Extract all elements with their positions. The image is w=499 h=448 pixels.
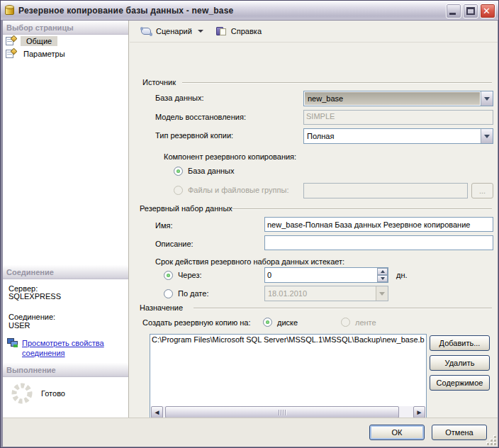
sidebar-item-general[interactable]: Общие xyxy=(3,35,128,47)
progress-status: Готово xyxy=(41,389,65,398)
sidebar-item-label: Общие xyxy=(23,36,55,46)
database-combobox-button[interactable] xyxy=(481,91,493,106)
server-value: SQLEXPRESS xyxy=(3,292,67,301)
name-label: Имя: xyxy=(155,221,172,230)
backup-type-combobox-button[interactable] xyxy=(481,129,493,143)
help-button-label: Справка xyxy=(231,27,262,35)
footer-bar: ОК Отмена xyxy=(3,418,498,447)
page-icon xyxy=(6,49,16,59)
window-title: Резервное копирование базы данных - new_… xyxy=(18,6,233,16)
tape-radio-label: ленте xyxy=(355,318,376,327)
connection-label: Соединение: xyxy=(3,310,61,321)
view-connection-properties-link[interactable]: Просмотреть свойства соединения xyxy=(22,338,123,359)
resize-grip[interactable] xyxy=(487,436,496,445)
view-connection-properties: Просмотреть свойства соединения xyxy=(3,332,128,364)
help-icon xyxy=(216,26,228,36)
script-button[interactable]: Сценарий xyxy=(135,23,208,39)
sidebar-item-label: Параметры xyxy=(21,49,68,59)
scroll-thumb[interactable] xyxy=(165,406,399,418)
add-button[interactable]: Добавить... xyxy=(430,335,490,351)
database-icon xyxy=(5,5,15,16)
backup-to-label: Создать резервную копию на: xyxy=(142,318,250,327)
backup-component-label: Компонент резервного копирования: xyxy=(164,152,296,161)
script-icon xyxy=(140,26,152,36)
destination-group-label: Назначение xyxy=(140,303,183,312)
horizontal-scrollbar[interactable]: ◄ ► xyxy=(151,406,425,418)
database-label: База данных: xyxy=(155,94,204,102)
backup-type-combobox-value: Полная xyxy=(304,129,481,143)
group-divider xyxy=(194,308,492,309)
database-combobox[interactable]: new_base xyxy=(303,91,493,106)
backup-database-dialog: Резервное копирование базы данных - new_… xyxy=(0,0,499,448)
page-icon xyxy=(6,36,16,46)
script-dropdown-icon[interactable] xyxy=(198,30,203,33)
browse-button: ... xyxy=(471,183,493,198)
toolbar: Сценарий Справка xyxy=(130,21,498,43)
expire-after-label: Через: xyxy=(178,271,202,279)
expire-label: Срок действия резервного набора данных и… xyxy=(155,257,344,266)
progress-header: Выполнение xyxy=(3,363,128,377)
scroll-track[interactable] xyxy=(163,406,413,418)
spin-up-button[interactable] xyxy=(377,268,388,275)
expire-date-picker: 18.01.2010 xyxy=(264,286,388,301)
expire-date-value: 18.01.2010 xyxy=(265,286,376,301)
dialog-body: Выбор страницы Общие Параметры Соединени… xyxy=(3,21,498,447)
help-button[interactable]: Справка xyxy=(211,23,267,39)
backup-set-group-label: Резервный набор данных xyxy=(140,204,232,213)
expire-after-spinner xyxy=(377,268,388,282)
server-label: Сервер: xyxy=(3,281,43,293)
spin-down-button[interactable] xyxy=(377,275,388,282)
disk-radio[interactable] xyxy=(263,318,272,327)
files-field xyxy=(303,183,468,198)
pages-header: Выбор страницы xyxy=(3,21,128,35)
expire-after-input[interactable] xyxy=(264,267,388,283)
tape-radio xyxy=(341,318,350,327)
close-icon: ✕ xyxy=(483,6,490,16)
destination-path-item[interactable]: C:\Program Files\Microsoft SQL Server\MS… xyxy=(150,335,426,345)
expire-after-radio[interactable] xyxy=(164,271,173,280)
disk-radio-label: диске xyxy=(277,318,298,327)
chevron-down-icon xyxy=(484,135,490,138)
backup-type-combobox[interactable]: Полная xyxy=(303,128,493,144)
scroll-right-button[interactable]: ► xyxy=(413,406,425,418)
connection-header: Соединение xyxy=(3,265,128,279)
component-database-label: База данных xyxy=(188,167,235,175)
source-group-label: Источник xyxy=(142,78,176,86)
sidebar-item-options[interactable]: Параметры xyxy=(3,47,128,60)
maximize-button[interactable] xyxy=(463,4,478,18)
group-divider xyxy=(232,208,492,210)
expire-on-date-radio[interactable] xyxy=(164,289,173,298)
group-divider xyxy=(182,82,492,84)
scroll-left-button[interactable]: ◄ xyxy=(151,406,163,418)
component-database-radio[interactable] xyxy=(174,167,183,176)
recovery-model-label: Модель восстановления: xyxy=(155,113,246,121)
chevron-down-icon xyxy=(379,292,385,296)
contents-button[interactable]: Содержимое xyxy=(430,375,490,391)
general-page: Источник База данных: new_base Модель во… xyxy=(130,43,498,418)
chevron-down-icon xyxy=(484,97,490,101)
script-button-label: Сценарий xyxy=(156,27,192,35)
cancel-button[interactable]: Отмена xyxy=(432,425,487,440)
recovery-model-field: SIMPLE xyxy=(303,110,493,125)
progress-area: Готово xyxy=(3,377,65,404)
connection-value: USER xyxy=(3,321,36,330)
close-button[interactable]: ✕ xyxy=(480,4,495,18)
expire-after-units: дн. xyxy=(396,271,408,279)
expire-on-date-label: По дате: xyxy=(178,289,208,298)
titlebar: Резервное копирование базы данных - new_… xyxy=(1,1,499,21)
name-input[interactable] xyxy=(264,217,493,232)
destination-paths-listbox[interactable]: C:\Program Files\Microsoft SQL Server\MS… xyxy=(150,334,427,420)
component-files-label: Файлы и файловые группы: xyxy=(188,186,288,194)
component-files-radio xyxy=(174,186,183,195)
progress-spinner-icon xyxy=(11,383,33,404)
connection-properties-icon xyxy=(7,338,18,348)
description-input[interactable] xyxy=(264,235,493,250)
database-combobox-value: new_base xyxy=(305,92,480,105)
remove-button[interactable]: Удалить xyxy=(430,355,490,371)
description-label: Описание: xyxy=(155,240,194,248)
sidebar: Выбор страницы Общие Параметры Соединени… xyxy=(3,21,129,418)
expire-date-button xyxy=(376,286,388,301)
ok-button[interactable]: ОК xyxy=(369,425,425,440)
minimize-button[interactable] xyxy=(446,4,461,18)
backup-type-label: Тип резервной копии: xyxy=(155,131,233,140)
